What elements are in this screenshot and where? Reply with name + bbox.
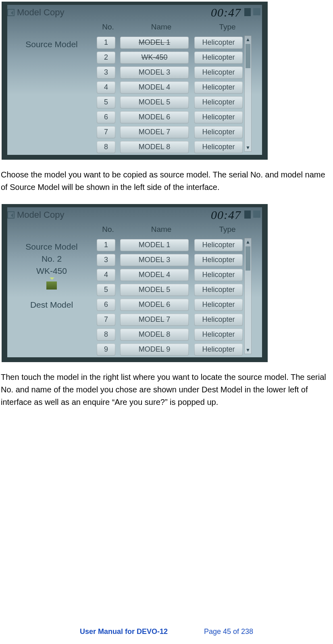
- table-row[interactable]: 5MODEL 5Helicopter: [97, 283, 243, 297]
- scrollbar[interactable]: ▲ ▼: [244, 35, 252, 152]
- scroll-thumb[interactable]: [246, 246, 250, 271]
- cell-type: Helicopter: [194, 269, 243, 281]
- source-model-label: Source Model: [7, 242, 96, 252]
- cell-no: 5: [97, 284, 115, 296]
- table-row[interactable]: 3MODEL 3Helicopter: [97, 65, 243, 79]
- cell-no: 5: [97, 96, 115, 108]
- source-model-label: Source Model: [7, 40, 96, 49]
- table-row[interactable]: 3MODEL 3Helicopter: [97, 253, 243, 267]
- model-table: No. Name Type 1MODEL 1Helicopter3MODEL 3…: [97, 225, 252, 356]
- cell-no: 3: [97, 67, 115, 79]
- cell-name: MODEL 5: [120, 284, 189, 296]
- cell-no: 8: [97, 141, 115, 153]
- screen-topbar: Model Copy 00:47: [7, 6, 262, 22]
- table-row[interactable]: 2WK-450Helicopter: [97, 50, 243, 65]
- table-row[interactable]: 9MODEL 9Helicopter: [97, 342, 243, 356]
- paragraph-2: Then touch the model in the right list w…: [1, 371, 331, 408]
- side-panel: Source Model No. 2 WK-450 Dest Model: [7, 240, 96, 310]
- col-header-type: Type: [203, 225, 252, 237]
- table-row[interactable]: 8MODEL 8Helicopter: [97, 140, 243, 154]
- cell-type: Helicopter: [194, 254, 243, 266]
- cell-type: Helicopter: [194, 299, 243, 311]
- back-icon[interactable]: [7, 9, 15, 16]
- cell-no: 6: [97, 111, 115, 123]
- cell-type: Helicopter: [194, 314, 243, 326]
- screenshot-2: Model Copy 00:47 Source Model No. 2 WK-4…: [2, 204, 268, 362]
- battery-icon: [244, 210, 251, 219]
- scroll-down-icon[interactable]: ▼: [245, 346, 251, 354]
- source-model-no: No. 2: [7, 254, 96, 264]
- cell-name: MODEL 5: [120, 96, 189, 108]
- table-row[interactable]: 5MODEL 5Helicopter: [97, 95, 243, 109]
- cell-type: Helicopter: [194, 96, 243, 108]
- clock-text: 00:47: [211, 6, 241, 19]
- dest-model-label: Dest Model: [7, 300, 96, 310]
- screen-title: Model Copy: [17, 210, 64, 220]
- model-table: No. Name Type 1MODEL 1Helicopter2WK-450H…: [97, 23, 252, 153]
- cell-type: Helicopter: [194, 111, 243, 123]
- cell-no: 4: [97, 269, 115, 281]
- cell-type: Helicopter: [194, 284, 243, 296]
- cell-name: MODEL 3: [120, 67, 189, 79]
- screen-topbar: Model Copy 00:47: [7, 208, 262, 224]
- cell-no: 1: [97, 239, 115, 251]
- scroll-thumb[interactable]: [246, 44, 250, 68]
- scrollbar[interactable]: ▲ ▼: [244, 238, 252, 354]
- table-row[interactable]: 4MODEL 4Helicopter: [97, 80, 243, 94]
- page-footer: User Manual for DEVO-12 Page 45 of 238: [0, 627, 333, 636]
- cell-no: 7: [97, 126, 115, 138]
- cell-name: MODEL 4: [120, 81, 189, 94]
- table-row[interactable]: 4MODEL 4Helicopter: [97, 268, 243, 282]
- status-icon: [253, 210, 260, 218]
- cell-no: 6: [97, 299, 115, 311]
- cell-no: 7: [97, 314, 115, 326]
- col-header-type: Type: [203, 23, 252, 35]
- footer-title: User Manual for DEVO-12: [80, 627, 168, 636]
- cell-no: 9: [97, 344, 115, 356]
- cell-no: 2: [97, 52, 115, 64]
- cell-name: MODEL 4: [120, 269, 189, 281]
- col-header-no: No.: [97, 225, 119, 237]
- table-row[interactable]: 6MODEL 6Helicopter: [97, 110, 243, 124]
- cell-name: MODEL 7: [120, 126, 189, 138]
- battery-icon: [244, 8, 251, 16]
- table-row[interactable]: 6MODEL 6Helicopter: [97, 298, 243, 312]
- cell-name: MODEL 8: [120, 329, 189, 341]
- cell-no: 8: [97, 329, 115, 341]
- table-row[interactable]: 1MODEL 1Helicopter: [97, 238, 243, 252]
- cell-name: MODEL 9: [120, 344, 189, 356]
- cell-name: MODEL 6: [120, 299, 189, 311]
- footer-page: Page 45 of 238: [204, 627, 253, 636]
- scroll-up-icon[interactable]: ▲: [245, 238, 251, 246]
- scroll-down-icon[interactable]: ▼: [245, 144, 251, 151]
- cell-type: Helicopter: [194, 67, 243, 79]
- cell-no: 1: [97, 37, 115, 49]
- cell-type: Helicopter: [194, 329, 243, 341]
- scroll-up-icon[interactable]: ▲: [245, 36, 251, 43]
- screen-title: Model Copy: [17, 7, 64, 18]
- col-header-no: No.: [97, 23, 119, 35]
- table-row[interactable]: 7MODEL 7Helicopter: [97, 313, 243, 327]
- cell-name: MODEL 6: [120, 111, 189, 123]
- source-model-name: WK-450: [7, 266, 96, 276]
- cell-type: Helicopter: [194, 239, 243, 251]
- cell-name: MODEL 1: [120, 37, 189, 49]
- back-icon[interactable]: [7, 211, 15, 219]
- cell-type: Helicopter: [194, 126, 243, 138]
- side-panel: Source Model: [7, 37, 96, 49]
- cell-no: 3: [97, 254, 115, 266]
- download-icon: [46, 281, 57, 290]
- table-row[interactable]: 1MODEL 1Helicopter: [97, 35, 243, 50]
- cell-type: Helicopter: [194, 37, 243, 49]
- cell-name: MODEL 3: [120, 254, 189, 266]
- table-row[interactable]: 8MODEL 8Helicopter: [97, 327, 243, 342]
- col-header-name: Name: [119, 23, 203, 35]
- table-row[interactable]: 7MODEL 7Helicopter: [97, 125, 243, 139]
- paragraph-1: Choose the model you want to be copied a…: [1, 169, 331, 194]
- cell-name: WK-450: [120, 52, 189, 64]
- cell-type: Helicopter: [194, 141, 243, 153]
- clock-text: 00:47: [211, 208, 241, 222]
- screenshot-1: Model Copy 00:47 Source Model No. Name T…: [2, 2, 268, 160]
- cell-type: Helicopter: [194, 52, 243, 64]
- cell-no: 4: [97, 81, 115, 94]
